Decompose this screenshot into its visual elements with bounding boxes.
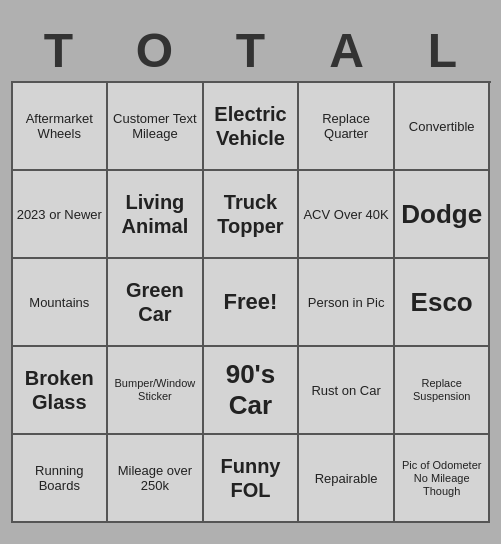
- bingo-cell-22: Funny FOL: [204, 435, 300, 523]
- bingo-cell-21: Mileage over 250k: [108, 435, 204, 523]
- bingo-cell-14: Esco: [395, 259, 491, 347]
- header-letter-o: O: [107, 21, 203, 82]
- header-letter-l: L: [395, 21, 491, 82]
- bingo-cell-1: Customer Text Mileage: [108, 83, 204, 171]
- header-letter-t: T: [11, 21, 107, 82]
- bingo-cell-9: Dodge: [395, 171, 491, 259]
- bingo-cell-11: Green Car: [108, 259, 204, 347]
- bingo-grid: Aftermarket WheelsCustomer Text MileageE…: [11, 81, 491, 523]
- bingo-cell-5: 2023 or Newer: [13, 171, 109, 259]
- bingo-cell-12: Free!: [204, 259, 300, 347]
- bingo-cell-10: Mountains: [13, 259, 109, 347]
- bingo-cell-8: ACV Over 40K: [299, 171, 395, 259]
- bingo-cell-15: Broken Glass: [13, 347, 109, 435]
- bingo-cell-16: Bumper/Window Sticker: [108, 347, 204, 435]
- bingo-header: TOTAL: [11, 21, 491, 82]
- bingo-cell-7: Truck Topper: [204, 171, 300, 259]
- bingo-cell-17: 90's Car: [204, 347, 300, 435]
- bingo-cell-18: Rust on Car: [299, 347, 395, 435]
- bingo-cell-20: Running Boards: [13, 435, 109, 523]
- bingo-cell-0: Aftermarket Wheels: [13, 83, 109, 171]
- bingo-cell-19: Replace Suspension: [395, 347, 491, 435]
- bingo-cell-23: Repairable: [299, 435, 395, 523]
- bingo-card: TOTAL Aftermarket WheelsCustomer Text Mi…: [11, 21, 491, 524]
- bingo-cell-4: Convertible: [395, 83, 491, 171]
- bingo-cell-6: Living Animal: [108, 171, 204, 259]
- bingo-cell-24: Pic of Odometer No Mileage Though: [395, 435, 491, 523]
- header-letter-a: A: [299, 21, 395, 82]
- header-letter-t: T: [203, 21, 299, 82]
- bingo-cell-2: Electric Vehicle: [204, 83, 300, 171]
- bingo-cell-13: Person in Pic: [299, 259, 395, 347]
- bingo-cell-3: Replace Quarter: [299, 83, 395, 171]
